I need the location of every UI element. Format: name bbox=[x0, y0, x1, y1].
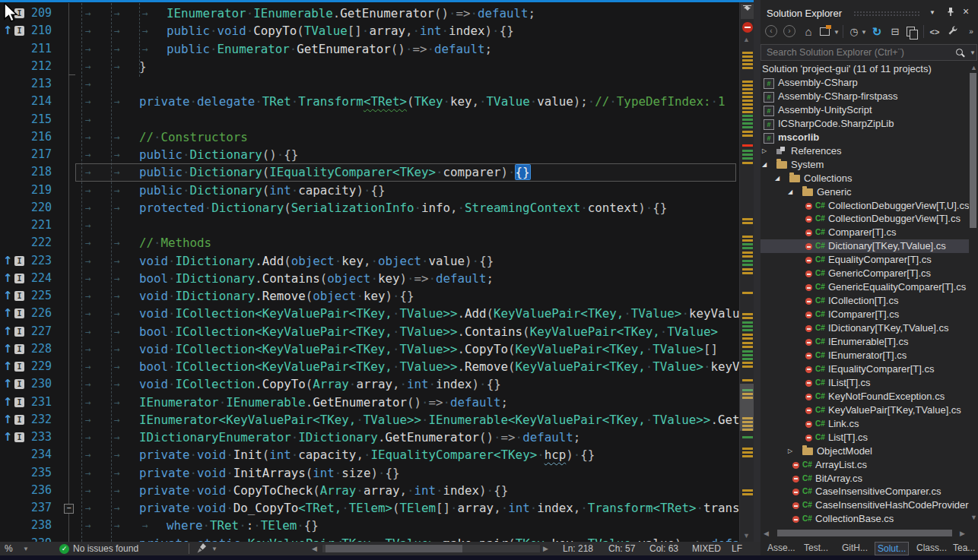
tree-item[interactable]: C#EqualityComparer[T].cs bbox=[760, 253, 969, 267]
code-line-230[interactable]: ↑I230→→void·ICollection.CopyTo(Array·arr… bbox=[0, 375, 739, 394]
home-icon[interactable]: ⌂ bbox=[802, 25, 815, 39]
panel-tab-test[interactable]: Test... bbox=[802, 542, 830, 554]
code-line-215[interactable]: 215→ bbox=[0, 111, 739, 129]
expanded-arrow-icon[interactable]: ◢ bbox=[762, 158, 767, 172]
scroll-up-arrow[interactable]: ▲ bbox=[743, 36, 750, 43]
panel-splitter[interactable] bbox=[754, 0, 760, 555]
search-dropdown-caret[interactable]: ▼ bbox=[970, 49, 976, 56]
code-editor[interactable]: ↑I209→→→IEnumerator·IEnumerable.GetEnume… bbox=[0, 0, 739, 542]
tree-item[interactable]: C#IDictionary[TKey,TValue].cs bbox=[760, 321, 969, 335]
tree-scroll-down-arrow[interactable]: ▼ bbox=[970, 514, 977, 521]
code-cleanup-broom-icon[interactable] bbox=[196, 543, 208, 556]
tree-item[interactable]: #Assembly-CSharp-firstpass bbox=[760, 90, 969, 103]
tree-item[interactable]: C#ArrayList.cs bbox=[760, 458, 969, 472]
panel-tab-gith[interactable]: GitH... bbox=[840, 542, 870, 554]
zoom-level[interactable]: % bbox=[5, 543, 13, 554]
code-line-210[interactable]: ↑I210→→→public·void·CopyTo(TValue[]·arra… bbox=[0, 22, 739, 40]
tree-item[interactable]: #ICSharpCode.SharpZipLib bbox=[760, 117, 969, 131]
code-line-211[interactable]: 211→→→public·Enumerator·GetEnumerator()·… bbox=[0, 40, 739, 59]
code-line-220[interactable]: 220→→protected·Dictionary(SerializationI… bbox=[0, 199, 739, 217]
tree-item[interactable]: C#CollectionDebuggerView[T].cs bbox=[760, 212, 969, 226]
code-line-235[interactable]: 235→→private·void·InitArrays(int·size)·{… bbox=[0, 464, 739, 482]
window-position-icon[interactable]: ▼ bbox=[929, 9, 935, 16]
code-line-212[interactable]: 212→→} bbox=[0, 58, 739, 76]
no-issues-icon[interactable]: ✓ bbox=[59, 544, 69, 554]
collapsed-arrow-icon[interactable]: ▷ bbox=[762, 144, 767, 158]
code-line-238[interactable]: 238→→→where·TRet·:·TElem·{} bbox=[0, 517, 739, 535]
code-line-216[interactable]: 216→→//·Constructors bbox=[0, 128, 739, 147]
tree-item[interactable]: C#GenericEqualityComparer[T].cs bbox=[760, 280, 969, 294]
toolbar-overflow-icon[interactable]: » bbox=[964, 25, 978, 39]
code-line-236[interactable]: 236→→private·void·CopyToCheck(Array·arra… bbox=[0, 482, 739, 500]
forward-icon[interactable]: › bbox=[783, 25, 795, 37]
back-icon[interactable]: ‹ bbox=[765, 25, 777, 37]
collapse-all-icon[interactable]: ⊟ bbox=[888, 25, 902, 39]
code-line-229[interactable]: ↑I229→→bool·ICollection<KeyValuePair<TKe… bbox=[0, 358, 739, 376]
expanded-arrow-icon[interactable]: ◢ bbox=[788, 185, 792, 199]
code-line-219[interactable]: 219→→public·Dictionary(int·capacity)·{} bbox=[0, 182, 739, 200]
code-line-226[interactable]: ↑I226→→void·ICollection<KeyValuePair<TKe… bbox=[0, 305, 739, 323]
code-line-222[interactable]: 222→→//·Methods bbox=[0, 234, 739, 252]
fold-collapse-button[interactable]: − bbox=[64, 504, 74, 514]
tree-item[interactable]: C#CollectionBase.cs bbox=[760, 512, 969, 526]
preview-selected-items-icon[interactable] bbox=[907, 27, 915, 36]
code-line-239[interactable]: 239→→private·static·KeyValuePair<TKey,·T… bbox=[0, 535, 739, 543]
editor-hscroll-right-arrow[interactable]: ▶ bbox=[543, 545, 548, 552]
tree-item[interactable]: C#IEnumerator[T].cs bbox=[760, 349, 969, 362]
expanded-arrow-icon[interactable]: ◢ bbox=[775, 172, 780, 185]
tree-item[interactable]: Solution 'project-gui' (11 of 11 project… bbox=[760, 62, 969, 76]
tree-item[interactable]: C#List[T].cs bbox=[760, 431, 969, 445]
tree-item[interactable]: ▷ObjectModel bbox=[760, 445, 969, 458]
tree-scrollbar-thumb[interactable] bbox=[970, 73, 976, 228]
code-line-232[interactable]: ↑I232→→IEnumerator<KeyValuePair<TKey,·TV… bbox=[0, 411, 739, 429]
tree-item[interactable]: ◢Generic bbox=[760, 185, 969, 199]
tree-hscroll-right-arrow[interactable]: ▶ bbox=[960, 530, 965, 537]
code-line-224[interactable]: ↑I224→→bool·IDictionary.Contains(object·… bbox=[0, 270, 739, 288]
code-line-218[interactable]: 218→→public·Dictionary(IEqualityComparer… bbox=[0, 163, 739, 182]
view-code-icon[interactable]: <> bbox=[928, 25, 941, 39]
filter-dropdown-caret[interactable]: ▼ bbox=[861, 29, 867, 36]
search-input[interactable]: Search Solution Explorer (Ctrl+¨) ▼ bbox=[760, 44, 977, 61]
tree-item[interactable]: #Assembly-UnityScript bbox=[760, 103, 969, 117]
tree-item[interactable]: C#Link.cs bbox=[760, 417, 969, 431]
tree-item[interactable]: C#Comparer[T].cs bbox=[760, 226, 969, 239]
pin-icon[interactable] bbox=[946, 7, 955, 19]
tree-hscrollbar-thumb[interactable] bbox=[777, 530, 952, 536]
code-line-234[interactable]: 234→→private·void·Init(int·capacity,·IEq… bbox=[0, 446, 739, 464]
code-line-213[interactable]: 213→ bbox=[0, 75, 739, 93]
split-window-handle[interactable] bbox=[741, 4, 754, 19]
tree-item[interactable]: C#BitArray.cs bbox=[760, 472, 969, 486]
panel-tab-tea[interactable]: Tea... bbox=[951, 542, 977, 554]
code-line-214[interactable]: 214→→private·delegate·TRet·Transform<TRe… bbox=[0, 93, 739, 111]
code-line-209[interactable]: ↑I209→→→IEnumerator·IEnumerable.GetEnume… bbox=[0, 5, 739, 23]
tree-item[interactable]: C#KeyValuePair[TKey,TValue].cs bbox=[760, 403, 969, 417]
editor-hscroll-left-arrow[interactable]: ◀ bbox=[312, 545, 317, 552]
tree-hscroll-left-arrow[interactable]: ◀ bbox=[764, 530, 769, 537]
code-line-225[interactable]: ↑I225→→void·IDictionary.Remove(object·ke… bbox=[0, 287, 739, 305]
tree-item[interactable]: C#KeyNotFoundException.cs bbox=[760, 390, 969, 403]
code-line-227[interactable]: ↑I227→→bool·ICollection<KeyValuePair<TKe… bbox=[0, 323, 739, 341]
properties-wrench-icon[interactable] bbox=[946, 25, 960, 39]
collapsed-arrow-icon[interactable]: ▷ bbox=[788, 445, 792, 458]
editor-hscrollbar-thumb[interactable] bbox=[325, 545, 462, 552]
code-line-231[interactable]: ↑I231→→IEnumerator·IEnumerable.GetEnumer… bbox=[0, 394, 739, 412]
code-line-223[interactable]: ↑I223→→void·IDictionary.Add(object·key,·… bbox=[0, 252, 739, 271]
tree-item[interactable]: C#CaseInsensitiveHashCodeProvider.cs bbox=[760, 498, 969, 512]
code-line-221[interactable]: 221→ bbox=[0, 217, 739, 235]
zoom-dropdown-caret[interactable]: ▼ bbox=[23, 546, 29, 552]
code-line-228[interactable]: ↑I228→→void·ICollection<KeyValuePair<TKe… bbox=[0, 340, 739, 359]
sync-dropdown-caret[interactable]: ▼ bbox=[834, 29, 840, 36]
encoding-indicator[interactable]: MIXED bbox=[692, 543, 721, 554]
search-icon[interactable] bbox=[956, 49, 963, 55]
scrollbar-thumb[interactable] bbox=[740, 384, 754, 431]
tree-item[interactable]: C#Dictionary[TKey,TValue].cs bbox=[760, 239, 969, 253]
panel-tab-asse[interactable]: Asse... bbox=[765, 542, 798, 554]
pending-changes-filter-icon[interactable]: ◷ bbox=[847, 25, 861, 39]
tree-item[interactable]: #mscorlib bbox=[760, 131, 969, 144]
refresh-icon[interactable]: ↻ bbox=[870, 25, 884, 39]
code-line-237[interactable]: 237→→−private·void·Do_CopyTo<TRet,·TElem… bbox=[0, 499, 739, 517]
tree-item[interactable]: C#GenericComparer[T].cs bbox=[760, 267, 969, 280]
code-line-217[interactable]: 217→→public·Dictionary()·{} bbox=[0, 146, 739, 164]
tree-item[interactable]: C#CaseInsensitiveComparer.cs bbox=[760, 485, 969, 498]
tree-item[interactable]: C#IEqualityComparer[T].cs bbox=[760, 362, 969, 376]
